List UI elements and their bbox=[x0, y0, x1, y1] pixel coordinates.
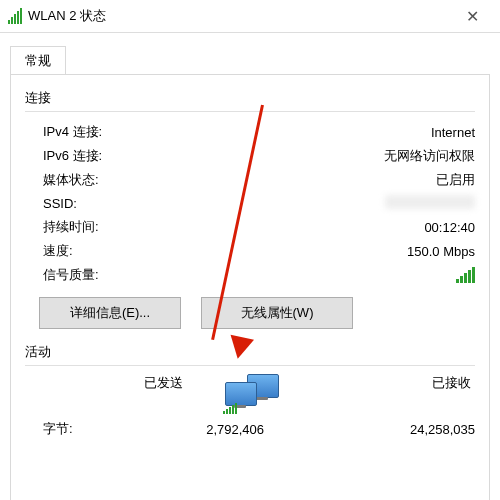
label-speed: 速度: bbox=[43, 242, 163, 260]
row-media: 媒体状态: 已启用 bbox=[25, 168, 475, 192]
wifi-signal-icon bbox=[8, 8, 22, 24]
value-signal bbox=[163, 267, 475, 283]
row-signal: 信号质量: bbox=[25, 263, 475, 287]
tab-strip: 常规 bbox=[0, 33, 500, 74]
activity-header: 已发送 已接收 bbox=[25, 374, 475, 410]
value-bytes-received: 24,258,035 bbox=[344, 422, 475, 437]
details-button[interactable]: 详细信息(E)... bbox=[39, 297, 181, 329]
wireless-properties-button[interactable]: 无线属性(W) bbox=[201, 297, 353, 329]
row-ipv4: IPv4 连接: Internet bbox=[25, 120, 475, 144]
label-sent: 已发送 bbox=[25, 374, 193, 410]
close-button[interactable]: ✕ bbox=[452, 7, 492, 26]
label-received: 已接收 bbox=[313, 374, 475, 410]
label-signal: 信号质量: bbox=[43, 266, 163, 284]
label-bytes: 字节: bbox=[25, 420, 133, 438]
row-ssid: SSID: bbox=[25, 192, 475, 215]
value-ssid bbox=[163, 195, 475, 212]
section-connection: 连接 bbox=[25, 89, 475, 107]
panel-general: 连接 IPv4 连接: Internet IPv6 连接: 无网络访问权限 媒体… bbox=[10, 74, 490, 500]
activity-icon-cell bbox=[193, 374, 313, 410]
label-ipv6: IPv6 连接: bbox=[43, 147, 163, 165]
value-ipv4: Internet bbox=[163, 125, 475, 140]
label-ipv4: IPv4 连接: bbox=[43, 123, 163, 141]
label-duration: 持续时间: bbox=[43, 218, 163, 236]
signal-bars-icon bbox=[456, 267, 475, 283]
value-speed: 150.0 Mbps bbox=[163, 244, 475, 259]
row-speed: 速度: 150.0 Mbps bbox=[25, 239, 475, 263]
button-row: 详细信息(E)... 无线属性(W) bbox=[39, 297, 475, 329]
window-title: WLAN 2 状态 bbox=[28, 7, 452, 25]
value-ipv6: 无网络访问权限 bbox=[163, 147, 475, 165]
row-bytes: 字节: 2,792,406 24,258,035 bbox=[25, 420, 475, 438]
label-media: 媒体状态: bbox=[43, 171, 163, 189]
row-ipv6: IPv6 连接: 无网络访问权限 bbox=[25, 144, 475, 168]
titlebar: WLAN 2 状态 ✕ bbox=[0, 0, 500, 33]
divider bbox=[25, 365, 475, 366]
row-duration: 持续时间: 00:12:40 bbox=[25, 215, 475, 239]
signal-bars-icon bbox=[223, 398, 237, 414]
value-duration: 00:12:40 bbox=[163, 220, 475, 235]
divider bbox=[25, 111, 475, 112]
label-ssid: SSID: bbox=[43, 196, 163, 211]
tab-general[interactable]: 常规 bbox=[10, 46, 66, 75]
section-activity: 活动 bbox=[25, 343, 475, 361]
value-bytes-sent: 2,792,406 bbox=[133, 422, 264, 437]
value-media: 已启用 bbox=[163, 171, 475, 189]
